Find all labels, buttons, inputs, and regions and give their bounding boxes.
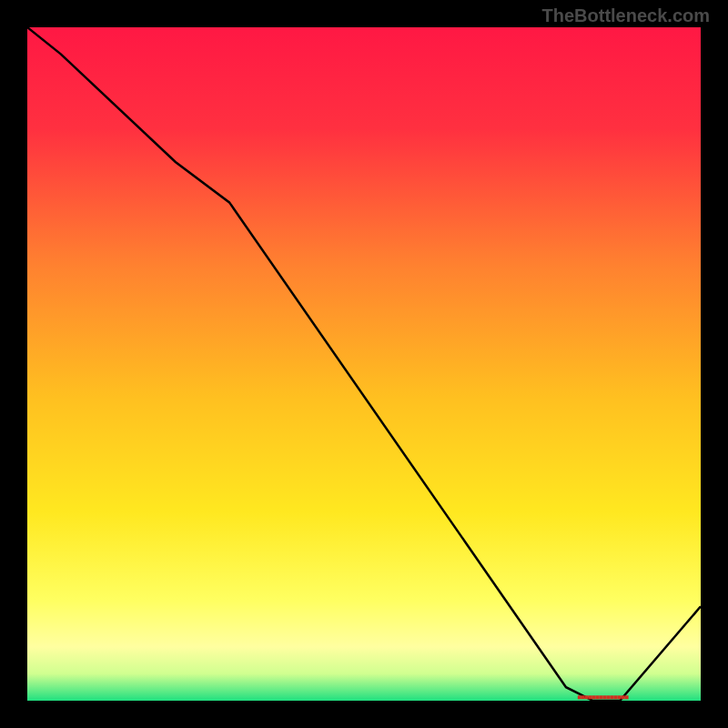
svg-rect-0 bbox=[578, 695, 581, 699]
svg-rect-10 bbox=[614, 695, 618, 699]
chart-plot bbox=[27, 27, 701, 701]
svg-rect-3 bbox=[589, 695, 592, 699]
svg-rect-7 bbox=[603, 695, 607, 699]
svg-rect-4 bbox=[592, 695, 596, 699]
svg-rect-9 bbox=[611, 695, 614, 699]
chart-container bbox=[27, 27, 701, 701]
svg-rect-1 bbox=[581, 695, 585, 699]
svg-rect-6 bbox=[600, 695, 603, 699]
svg-rect-12 bbox=[622, 695, 625, 699]
gradient-background bbox=[27, 27, 701, 701]
watermark-text: TheBottleneck.com bbox=[542, 5, 710, 26]
svg-rect-8 bbox=[607, 695, 611, 699]
svg-rect-11 bbox=[618, 695, 622, 699]
svg-rect-5 bbox=[596, 695, 600, 699]
svg-rect-13 bbox=[625, 695, 629, 699]
optimal-marker bbox=[578, 695, 629, 699]
svg-rect-2 bbox=[585, 695, 589, 699]
